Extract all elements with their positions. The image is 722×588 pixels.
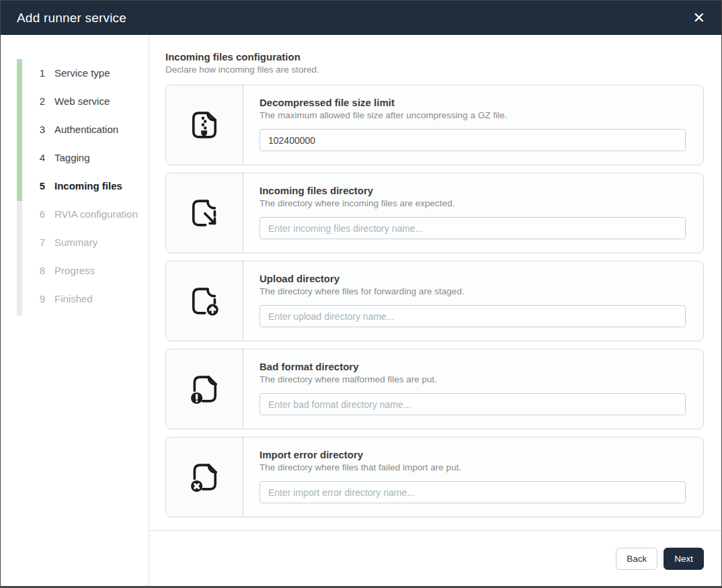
step-finished[interactable]: 9 Finished [1,284,149,312]
wizard-progress-bar [17,59,22,316]
step-number: 6 [37,208,48,220]
step-number: 2 [37,95,48,107]
bad-format-directory-input[interactable] [259,393,686,415]
import-error-directory-input[interactable] [259,481,686,503]
step-number: 3 [37,124,48,135]
dialog-titlebar: Add runner service ✕ [1,1,721,35]
step-number: 5 [37,180,48,192]
add-runner-service-dialog: Add runner service ✕ 1 Service type 2 We… [0,0,722,588]
card-title: Upload directory [259,273,686,284]
step-authentication[interactable]: 3 Authentication [1,115,149,143]
wizard-footer: Back Next [149,530,721,586]
step-label: Web service [54,95,110,107]
incoming-directory-input[interactable] [259,217,686,239]
page-subtitle: Declare how incoming files are stored. [165,65,704,75]
step-label: Incoming files [54,180,122,192]
card-description: The maximum allowed file size after unco… [259,110,686,120]
upload-directory-input[interactable] [259,305,686,327]
step-label: Service type [54,67,110,79]
step-label: RVIA configuration [54,208,138,220]
incoming-files-panel: Incoming files configuration Declare how… [149,35,721,530]
step-number: 1 [37,67,48,79]
step-label: Summary [54,237,97,248]
step-rvia-configuration[interactable]: 6 RVIA configuration [1,200,149,228]
card-title: Bad format directory [259,361,686,372]
wizard-steps-list: 1 Service type 2 Web service 3 Authentic… [1,35,149,312]
decompressed-size-card: Decompressed file size limit The maximum… [165,85,704,165]
incoming-directory-card: Incoming files directory The directory w… [165,173,704,253]
step-progress[interactable]: 8 Progress [1,256,149,284]
step-label: Authentication [54,124,118,135]
page-title: Incoming files configuration [165,51,704,62]
step-service-type[interactable]: 1 Service type [1,58,149,87]
file-warning-icon [187,372,222,407]
bad-format-directory-card: Bad format directory The directory where… [165,349,704,429]
step-web-service[interactable]: 2 Web service [1,87,149,115]
card-description: The directory where incoming files are e… [259,198,686,208]
decompressed-size-input[interactable] [259,129,686,151]
next-button[interactable]: Next [664,548,704,570]
step-label: Finished [54,293,93,304]
step-incoming-files[interactable]: 5 Incoming files [1,171,149,200]
file-upload-icon [187,284,222,319]
card-title: Decompressed file size limit [259,97,686,108]
file-incoming-icon [187,196,222,230]
step-number: 7 [37,237,48,248]
import-error-directory-card: Import error directory The directory whe… [165,437,704,517]
file-error-icon [187,460,222,495]
dialog-title: Add runner service [17,11,126,26]
step-summary[interactable]: 7 Summary [1,228,149,256]
file-zip-icon [187,108,222,142]
card-title: Import error directory [259,449,686,460]
card-description: The directory where malformed files are … [259,374,686,384]
step-tagging[interactable]: 4 Tagging [1,143,149,171]
card-description: The directory where files that failed im… [259,462,686,472]
step-label: Progress [54,265,95,276]
card-title: Incoming files directory [259,185,686,196]
wizard-sidebar: 1 Service type 2 Web service 3 Authentic… [1,35,149,586]
back-button[interactable]: Back [616,548,657,570]
step-number: 4 [37,152,48,163]
progress-todo-segment [17,201,22,316]
step-number: 8 [37,265,48,276]
card-description: The directory where files for forwarding… [259,286,686,296]
upload-directory-card: Upload directory The directory where fil… [165,261,704,341]
step-number: 9 [37,293,48,304]
step-label: Tagging [54,152,90,163]
close-icon[interactable]: ✕ [693,11,705,26]
progress-done-segment [17,59,22,201]
